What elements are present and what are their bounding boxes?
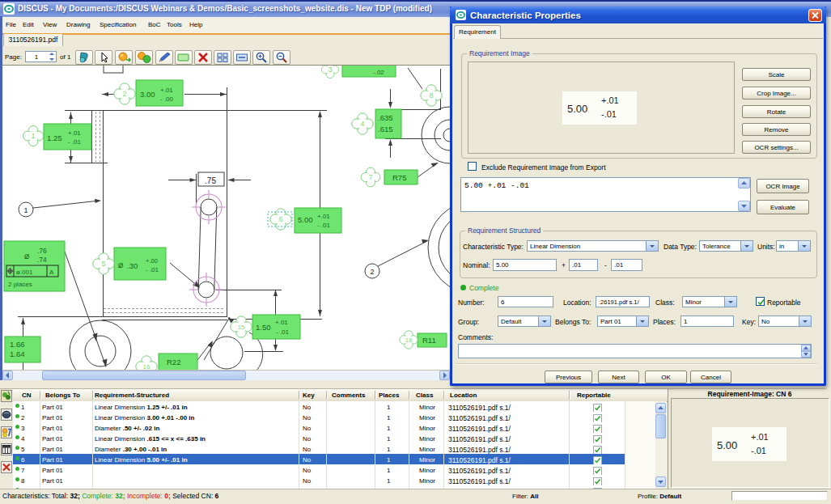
svg-text:.615: .615 — [378, 125, 393, 133]
svg-text:2: 2 — [122, 90, 126, 98]
svg-text:.635: .635 — [378, 113, 393, 122]
svg-text:18: 18 — [405, 337, 413, 344]
svg-text:R22: R22 — [167, 358, 180, 366]
svg-text:.74: .74 — [37, 256, 47, 264]
svg-text:+.01: +.01 — [68, 129, 81, 137]
svg-text:8: 8 — [429, 91, 433, 100]
svg-text:.75: .75 — [205, 176, 216, 185]
svg-text:2 places: 2 places — [8, 281, 32, 288]
svg-text:- .00: - .00 — [160, 95, 174, 103]
svg-text:1.25: 1.25 — [47, 133, 62, 142]
svg-text:⌀.001: ⌀.001 — [16, 269, 33, 276]
svg-text:1: 1 — [31, 132, 35, 140]
svg-text:+.01: +.01 — [160, 87, 173, 94]
svg-text:- .01: - .01 — [146, 266, 159, 273]
svg-text:- .01: - .01 — [68, 138, 82, 146]
svg-text:+.01: +.01 — [317, 213, 330, 220]
svg-text:-.02: -.02 — [373, 69, 384, 76]
svg-text:1.66: 1.66 — [10, 340, 25, 349]
svg-text:.30: .30 — [127, 261, 138, 270]
svg-text:R11: R11 — [422, 336, 436, 345]
svg-text:3.00: 3.00 — [140, 90, 155, 99]
svg-text:7: 7 — [368, 173, 372, 181]
svg-text:6: 6 — [278, 215, 282, 223]
svg-text:- .01: - .01 — [276, 328, 290, 336]
svg-text:1.64: 1.64 — [10, 349, 25, 358]
svg-text:15: 15 — [238, 324, 245, 331]
svg-text:5.00: 5.00 — [298, 215, 313, 224]
svg-text:2: 2 — [370, 268, 374, 276]
svg-text:.76: .76 — [37, 247, 47, 255]
svg-text:A: A — [49, 269, 54, 276]
svg-text:+.01: +.01 — [275, 319, 288, 326]
svg-text:4: 4 — [360, 120, 364, 128]
svg-text:1.50: 1.50 — [256, 323, 271, 332]
svg-text:5: 5 — [101, 260, 105, 268]
svg-text:+.00: +.00 — [146, 257, 158, 265]
svg-text:- .01: - .01 — [317, 222, 331, 229]
svg-text:R75: R75 — [392, 173, 406, 182]
svg-text:3: 3 — [328, 66, 332, 74]
svg-text:⌀: ⌀ — [24, 251, 30, 260]
svg-text:16: 16 — [143, 363, 151, 370]
svg-text:⌀: ⌀ — [118, 260, 124, 269]
svg-text:1: 1 — [23, 206, 28, 214]
